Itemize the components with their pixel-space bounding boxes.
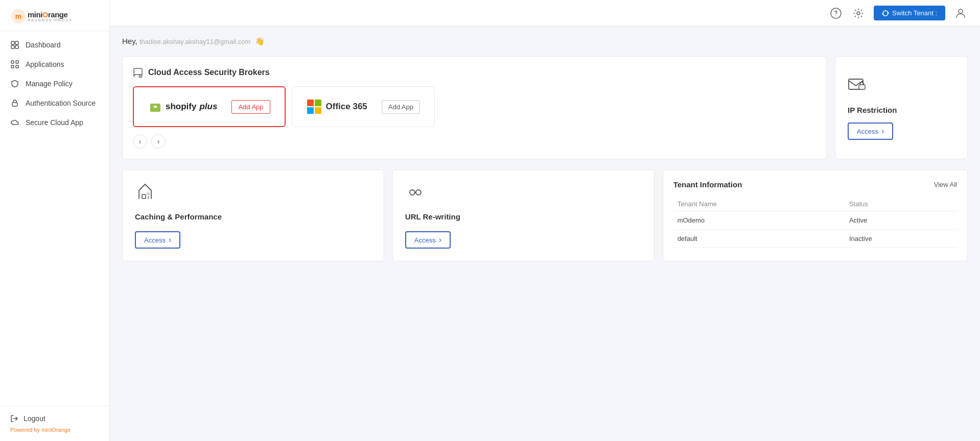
svg-rect-7	[16, 61, 18, 63]
sidebar-item-manage-policy[interactable]: Manage Policy	[0, 74, 109, 93]
svg-rect-3	[15, 41, 18, 44]
tenant-table: Tenant Name Status mOdemo Active default…	[673, 197, 957, 248]
nav-menu: Dashboard Applications Manage Policy Aut…	[0, 31, 109, 406]
casb-prev-button[interactable]: ‹	[133, 134, 147, 149]
casb-section: Cloud Access Security Brokers shopify	[122, 56, 827, 159]
tenant-name-header: Tenant Name	[673, 197, 845, 211]
svg-rect-4	[11, 45, 14, 48]
svg-rect-6	[11, 61, 14, 63]
dashboard-label: Dashboard	[26, 41, 61, 49]
switch-tenant-label: Switch Tenant :	[892, 9, 937, 17]
logo-subtitle: REVERSE PROXY	[28, 18, 73, 22]
table-row: default Inactive	[673, 230, 957, 248]
view-all-button[interactable]: View All	[934, 181, 957, 188]
shopify-text: shopify	[166, 102, 196, 112]
url-rewriting-access-button[interactable]: Access ›	[405, 231, 451, 249]
auth-source-label: Authentication Source	[26, 99, 96, 107]
url-rewriting-arrow-icon: ›	[439, 235, 441, 244]
switch-tenant-button[interactable]: Switch Tenant :	[874, 6, 945, 20]
office365-app-card[interactable]: Office 365 Add App	[292, 86, 435, 127]
sidebar-item-secure-cloud-app[interactable]: Secure Cloud App	[0, 113, 109, 132]
caching-card: Caching & Performance Access ›	[122, 169, 384, 261]
logout-button[interactable]: Logout	[10, 414, 99, 423]
sidebar-footer: Logout Powered by miniOrange	[0, 406, 109, 441]
caching-arrow-icon: ›	[169, 235, 171, 244]
ip-restriction-card: IP Restriction Access ›	[835, 56, 968, 159]
svg-point-27	[416, 190, 421, 195]
shopify-logo: shopify plus	[148, 100, 217, 114]
svg-rect-21	[315, 107, 321, 114]
greeting-text: Hey, thadise.akshay.akshay11@gmail.com 👋	[122, 37, 968, 46]
shopify-bag-icon	[148, 100, 162, 114]
sync-icon	[882, 10, 889, 17]
svg-rect-8	[11, 65, 14, 68]
applications-icon	[10, 60, 19, 69]
svg-text:m: m	[15, 12, 21, 20]
settings-icon[interactable]	[851, 6, 866, 20]
office365-icon	[307, 99, 322, 114]
svg-rect-17	[154, 106, 157, 108]
logo-area: m miniOrange REVERSE PROXY	[0, 0, 109, 31]
secure-cloud-app-label: Secure Cloud App	[26, 118, 83, 127]
caching-title: Caching & Performance	[135, 212, 371, 221]
logo-icon: m	[10, 8, 27, 24]
svg-rect-20	[307, 107, 314, 114]
tenant-name-1: mOdemo	[673, 211, 845, 230]
sidebar-item-applications[interactable]: Applications	[0, 55, 109, 74]
svg-point-26	[410, 190, 415, 195]
powered-by: Powered by miniOrange	[10, 427, 99, 433]
svg-rect-24	[142, 194, 146, 199]
user-email: thadise.akshay.akshay11@gmail.com	[139, 38, 250, 45]
tenant-name-2: default	[673, 230, 845, 248]
main-content: Switch Tenant : Hey, thadise.akshay.aksh…	[110, 0, 980, 441]
shopify-plus-text: plus	[199, 102, 217, 112]
help-icon[interactable]	[829, 6, 843, 20]
auth-icon	[10, 99, 19, 108]
url-rewriting-icon	[405, 182, 642, 206]
dashboard-icon	[10, 40, 19, 50]
policy-icon	[10, 79, 19, 88]
topbar: Switch Tenant :	[110, 0, 980, 27]
ip-restriction-icon	[848, 76, 866, 97]
tenant-status-header: Status	[845, 197, 957, 211]
svg-rect-9	[16, 65, 18, 68]
casb-next-button[interactable]: ›	[151, 134, 166, 149]
ip-restriction-access-button[interactable]: Access ›	[848, 122, 893, 140]
svg-rect-23	[859, 85, 865, 89]
tenant-title: Tenant Information	[673, 180, 742, 189]
access-arrow-icon: ›	[881, 127, 884, 136]
caching-access-button[interactable]: Access ›	[135, 231, 180, 249]
svg-rect-10	[12, 103, 17, 106]
sidebar-item-authentication-source[interactable]: Authentication Source	[0, 93, 109, 113]
tenant-info-card: Tenant Information View All Tenant Name …	[663, 169, 968, 261]
sidebar: m miniOrange REVERSE PROXY Dashboard App…	[0, 0, 110, 441]
office365-logo: Office 365	[307, 99, 367, 114]
svg-point-13	[857, 12, 860, 15]
user-avatar[interactable]	[953, 6, 968, 20]
office365-text: Office 365	[326, 102, 367, 112]
url-rewriting-card: URL Re-writing Access ›	[392, 169, 655, 261]
manage-policy-label: Manage Policy	[26, 80, 73, 88]
svg-point-14	[959, 9, 963, 13]
svg-rect-18	[307, 100, 314, 106]
applications-label: Applications	[26, 60, 64, 68]
sidebar-item-dashboard[interactable]: Dashboard	[0, 35, 109, 55]
url-rewriting-title: URL Re-writing	[405, 212, 642, 221]
svg-rect-5	[15, 45, 18, 48]
cloud-icon	[10, 118, 19, 127]
svg-rect-2	[11, 41, 14, 44]
shopify-app-card[interactable]: shopify plus Add App	[133, 86, 286, 127]
casb-title: Cloud Access Security Brokers	[133, 67, 816, 78]
tenant-status-1: Active	[845, 211, 957, 230]
ip-restriction-title: IP Restriction	[848, 106, 897, 114]
logout-label: Logout	[24, 414, 45, 423]
office365-add-app-button[interactable]: Add App	[382, 100, 420, 114]
shopify-add-app-button[interactable]: Add App	[231, 100, 270, 114]
svg-rect-19	[315, 100, 321, 106]
svg-rect-25	[147, 192, 150, 195]
tenant-status-2: Inactive	[845, 230, 957, 248]
mail-lock-icon	[848, 76, 866, 94]
tenant-header: Tenant Information View All	[673, 180, 957, 189]
casb-icon	[133, 67, 144, 78]
bottom-row: Caching & Performance Access › URL Re-wr…	[122, 169, 968, 261]
